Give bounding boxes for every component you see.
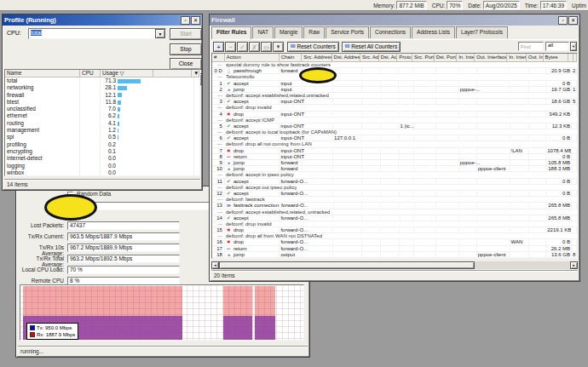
tab-service-ports[interactable]: Service Ports xyxy=(326,26,369,38)
tab-layer7-protocols[interactable]: Layer7 Protocols xyxy=(456,26,508,38)
enable-rule-button[interactable]: ✓ xyxy=(237,42,248,52)
table-row[interactable]: management1.2 xyxy=(5,127,199,134)
firewall-rule-row[interactable]: 6acceptinput-ONT127.0.0.10 B xyxy=(212,135,577,141)
table-row[interactable]: routing4.1 xyxy=(5,120,199,127)
firewall-comment-row[interactable]: —defconf: accept out ipsec policy xyxy=(212,185,577,191)
column-header-cpu[interactable]: CPU xyxy=(80,70,101,77)
firewall-rule-row[interactable]: 12acceptforward-O...0 B xyxy=(212,191,577,197)
firewall-rule-row[interactable]: 2jumpinputpppoe-...19.7 GB1 xyxy=(212,87,577,93)
firewall-comment-row[interactable]: —defconf: drop all from WAN not DSTNATed xyxy=(212,233,577,239)
firewall-comment-row[interactable]: —defconf: drop invalid xyxy=(212,221,577,227)
table-row[interactable]: winbox0.0 xyxy=(5,169,199,176)
field-value-tx-rx-current-[interactable]: 963.5 Mbps/1887.9 Mbps xyxy=(67,232,180,241)
reset-counters-button[interactable]: 00 Reset Counters xyxy=(287,42,339,52)
firewall-rule-row[interactable]: 3acceptinput-ONT18.6 GB5 xyxy=(212,99,577,105)
column-header-usage[interactable]: Usage ▽ xyxy=(101,70,153,77)
column-header-src-address[interactable]: Src. Address xyxy=(302,54,331,61)
table-row[interactable]: unclassified7.0 xyxy=(5,106,199,112)
profile-title-bar[interactable]: Profile (Running) ▫ ✕ xyxy=(3,14,202,26)
scrollbar-thumb[interactable] xyxy=(219,261,475,269)
firewall-comment-row[interactable]: —defconf: fasttrack xyxy=(212,197,577,203)
firewall-rule-row[interactable]: 11acceptforward-O...0 B xyxy=(212,179,577,185)
firewall-comment-row[interactable]: —defconf: drop invalid xyxy=(212,105,577,111)
column-header-out-interface[interactable]: Out. Interface xyxy=(475,54,507,61)
filter-button[interactable]: ▼ xyxy=(273,42,284,52)
firewall-rule-row[interactable]: 19returnoutput-ONT13.6 GB8 xyxy=(212,258,577,259)
firewall-rule-row[interactable]: 1acceptinput0 B xyxy=(212,81,577,87)
field-value-tx-rx-10s-average-[interactable]: 967.2 Mbps/1889.9 Mbps xyxy=(67,244,180,252)
tab-connections[interactable]: Connections xyxy=(370,26,411,38)
column-header-action[interactable]: Action xyxy=(225,54,280,61)
chevron-down-icon[interactable]: ▼ xyxy=(155,29,165,38)
button-stop[interactable]: Stop xyxy=(170,43,202,55)
table-row[interactable]: encrypting0.1 xyxy=(5,148,199,155)
column-header-dst-port[interactable]: Dst. Port xyxy=(435,54,458,61)
tab-address-lists[interactable]: Address Lists xyxy=(412,26,455,38)
firewall-rule-row[interactable]: 8returninput-ONT0 B xyxy=(212,154,577,160)
chevron-down-icon[interactable]: ▼ xyxy=(570,42,577,51)
firewall-rule-row[interactable]: 14acceptforward-O...265.8 MB xyxy=(212,215,577,221)
field-value-local-cpu-load-[interactable]: 70 % xyxy=(67,266,180,274)
close-icon[interactable]: ✕ xyxy=(191,16,200,25)
table-row[interactable]: spi0.5 xyxy=(5,134,199,140)
maximize-icon[interactable]: ▫ xyxy=(181,16,190,25)
firewall-rule-row[interactable]: 10jumpforwardpppoe-client188.3 MB xyxy=(212,166,577,172)
firewall-comment-row[interactable]: —defconf: accept ICMP xyxy=(212,118,577,123)
firewall-rule-row[interactable]: 9jumpforwardpppoe-...105.8 MB xyxy=(212,160,577,166)
column-header-name[interactable]: Name xyxy=(5,70,80,77)
column-header-dst-address[interactable]: Dst. Address xyxy=(332,54,360,61)
close-icon[interactable]: ✕ xyxy=(568,16,578,25)
firewall-rule-row[interactable]: 5acceptinput-ONT1 (ic...12.3 KB xyxy=(212,123,577,129)
comment-button[interactable]: ▭ xyxy=(261,42,272,52)
column-header-chain[interactable]: Chain xyxy=(280,54,303,61)
firewall-rule-row[interactable]: 17returnforward-O...26.2 MB xyxy=(212,246,577,252)
table-row[interactable]: profiling0.2 xyxy=(5,141,199,148)
firewall-rule-row[interactable]: 15dropforward-O...2219.1 KB xyxy=(212,227,577,233)
scroll-right-icon[interactable]: ► xyxy=(570,261,578,269)
table-row[interactable]: logging0.0 xyxy=(5,163,199,169)
field-value-lost-packets-[interactable]: 47437 xyxy=(67,221,180,230)
firewall-comment-row[interactable]: —defconf: drop all not coming from LAN xyxy=(212,141,577,147)
column-picker-icon[interactable]: ▼ xyxy=(574,54,577,61)
table-row[interactable]: total71.3 xyxy=(5,77,199,84)
profile-table-header[interactable]: Name CPU Usage ▽ ▼ xyxy=(5,70,199,77)
table-row[interactable]: ethernet6.2 xyxy=(5,112,199,119)
column-header-out-int-[interactable]: Out. Int... xyxy=(527,54,544,61)
horizontal-scrollbar[interactable]: ◄ ► xyxy=(211,261,578,269)
tab-raw[interactable]: Raw xyxy=(303,26,325,38)
table-row[interactable]: firewall12.1 xyxy=(5,92,199,99)
firewall-comment-row[interactable]: —special dummy rule to show fasttrack co… xyxy=(212,62,577,68)
add-rule-button[interactable]: + xyxy=(213,42,224,52)
column-header-src-ad-[interactable]: Src. Ad... xyxy=(360,54,379,61)
firewall-table-header[interactable]: #ActionChainSrc. AddressDst. AddressSrc.… xyxy=(212,54,577,62)
firewall-comment-row[interactable]: —defconf: accept to local loopback (for … xyxy=(212,129,577,135)
tab-nat[interactable]: NAT xyxy=(252,26,274,38)
column-picker-icon[interactable]: ▼ xyxy=(192,70,199,77)
firewall-rule-row[interactable]: 4dropinput-ONT349.2 KB xyxy=(212,112,577,118)
column-header-in-inter-[interactable]: In. Inter... xyxy=(457,54,475,61)
column-header-dst-ad-[interactable]: Dst. Ad... xyxy=(379,54,398,61)
column-header-src-port[interactable]: Src. Port xyxy=(412,54,435,61)
tab-filter-rules[interactable]: Filter Rules xyxy=(211,26,251,39)
find-input[interactable] xyxy=(518,42,544,51)
firewall-comment-row[interactable]: —Telecontrollo xyxy=(212,74,577,80)
button-close[interactable]: Close xyxy=(170,58,202,70)
table-row[interactable]: internet-detect0.0 xyxy=(5,155,199,162)
firewall-rule-row[interactable]: 18jumpoutputpppoe-client13.6 GB8 xyxy=(212,252,577,258)
column-header-proto-[interactable]: Proto... xyxy=(397,54,412,61)
table-row[interactable]: btest11.8 xyxy=(5,99,199,106)
tab-mangle[interactable]: Mangle xyxy=(274,26,303,38)
firewall-comment-row[interactable]: —defconf: accept in ipsec policy xyxy=(212,172,577,178)
remove-rule-button[interactable]: − xyxy=(225,42,236,52)
firewall-title-bar[interactable]: Firewall ▫ ✕ xyxy=(210,14,579,26)
button-start[interactable]: Start xyxy=(170,28,202,40)
field-value-tx-rx-total-average-[interactable]: 963.2 Mbps/1892.5 Mbps xyxy=(67,255,180,263)
scroll-left-icon[interactable]: ◄ xyxy=(211,261,219,269)
column-header--[interactable]: # xyxy=(212,54,225,61)
column-header-in-inter-[interactable]: In. Inter... xyxy=(507,54,527,61)
column-header-bytes[interactable]: Bytes xyxy=(544,54,569,61)
table-row[interactable]: networking28.1 xyxy=(5,84,199,91)
firewall-rule-row[interactable]: 7dropinput-ONT!LAN1078.4 MB xyxy=(212,148,577,154)
firewall-comment-row[interactable]: —defconf: accept established,related,unt… xyxy=(212,93,577,99)
disable-rule-button[interactable]: ✗ xyxy=(249,42,260,52)
